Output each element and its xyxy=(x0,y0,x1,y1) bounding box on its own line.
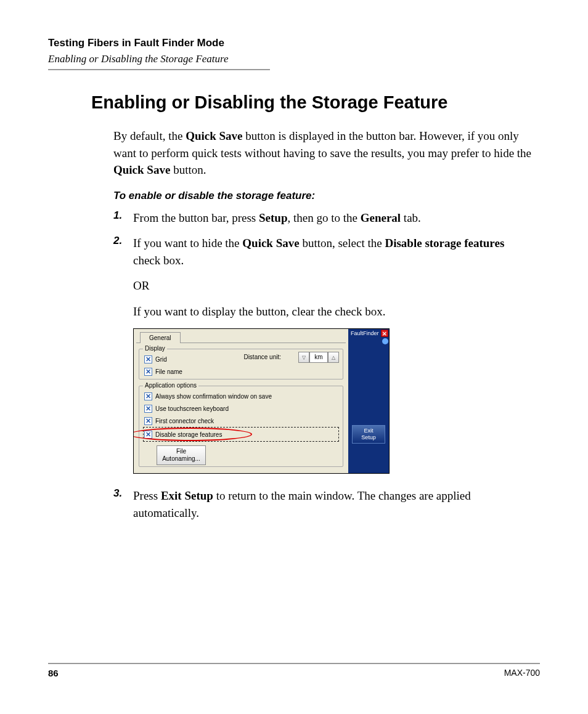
highlighted-option: ✕ Disable storage features xyxy=(143,427,339,442)
checkbox-filename[interactable]: ✕ xyxy=(144,368,152,376)
model-number: MAX-700 xyxy=(504,668,540,678)
checkbox-grid[interactable]: ✕ xyxy=(144,355,152,363)
stepper-down-icon[interactable]: ▽ xyxy=(298,352,309,363)
distance-unit-value: km xyxy=(309,352,328,363)
footer-divider xyxy=(48,663,540,664)
procedure-heading: To enable or disable the storage feature… xyxy=(113,190,540,202)
page-footer: 86 MAX-700 xyxy=(48,663,540,678)
checkbox-touch-keyboard[interactable]: ✕ xyxy=(144,405,152,413)
button-line: Setup xyxy=(353,434,385,441)
group-app-options: Application options ✕ Always show confir… xyxy=(139,386,343,467)
step-number: 2. xyxy=(113,235,133,320)
distance-unit-stepper[interactable]: ▽ km △ xyxy=(298,352,339,363)
step-2: 2. If you want to hide the Quick Save bu… xyxy=(113,235,534,320)
step-1: 1. From the button bar, press Setup, the… xyxy=(113,209,534,227)
chapter-title: Testing Fibers in Fault Finder Mode xyxy=(48,37,540,49)
group-label: Application options xyxy=(143,382,198,389)
stepper-up-icon[interactable]: △ xyxy=(328,352,339,363)
text-or: OR xyxy=(133,277,534,294)
page-number: 86 xyxy=(48,668,59,678)
screenshot-figure: General Display ✕ Grid ✕ File name Dista… xyxy=(133,328,390,474)
page-heading: Enabling or Disabling the Storage Featur… xyxy=(91,92,540,113)
help-icon[interactable] xyxy=(382,338,388,344)
text: button, select the xyxy=(300,237,385,249)
app-title: FaultFinder xyxy=(351,330,379,336)
group-display: Display ✕ Grid ✕ File name Distance unit… xyxy=(139,349,343,379)
setup-panel: General Display ✕ Grid ✕ File name Dista… xyxy=(134,329,348,473)
tab-general[interactable]: General xyxy=(140,332,181,343)
text: If you want to hide the xyxy=(133,237,242,249)
text: From the button bar, press xyxy=(133,211,259,224)
text-bold: Quick Save xyxy=(186,129,242,142)
text: , then go to the xyxy=(287,211,360,224)
side-panel: FaultFinder ✕ Exit Setup xyxy=(348,329,389,473)
text-bold: Quick Save xyxy=(113,163,170,176)
button-line: Autonaming... xyxy=(157,455,205,463)
step-number: 1. xyxy=(113,209,133,227)
distance-unit-label: Distance unit: xyxy=(243,354,281,360)
step-3: 3. Press Exit Setup to return to the mai… xyxy=(113,487,534,521)
step-body: From the button bar, press Setup, then g… xyxy=(133,209,534,227)
text-bold: Disable storage features xyxy=(385,237,504,249)
text-bold: Setup xyxy=(259,211,287,224)
exit-setup-button[interactable]: Exit Setup xyxy=(352,425,385,444)
intro-paragraph: By default, the Quick Save button is dis… xyxy=(113,128,534,179)
button-line: File xyxy=(157,448,205,455)
text: If you want to display the button, clear… xyxy=(133,303,534,320)
checkbox-label: Use touchscreen keyboard xyxy=(155,405,229,412)
checkbox-confirm-save[interactable]: ✕ xyxy=(144,392,152,400)
checkbox-label: Grid xyxy=(155,356,167,363)
text: check box. xyxy=(133,254,184,267)
step-number: 3. xyxy=(113,487,133,521)
file-autonaming-button[interactable]: File Autonaming... xyxy=(157,445,206,465)
text: button. xyxy=(170,163,206,176)
checkbox-label: First connector check xyxy=(155,418,214,424)
checkbox-label: File name xyxy=(155,368,182,375)
step-body: If you want to hide the Quick Save butto… xyxy=(133,235,534,320)
button-line: Exit xyxy=(353,428,385,434)
checkbox-label: Disable storage features xyxy=(155,431,222,438)
checkbox-disable-storage[interactable]: ✕ xyxy=(144,431,152,439)
checkbox-first-connector[interactable]: ✕ xyxy=(144,417,152,425)
step-body: Press Exit Setup to return to the main w… xyxy=(133,487,534,521)
group-label: Display xyxy=(143,345,167,352)
close-icon[interactable]: ✕ xyxy=(381,330,388,337)
checkbox-label: Always show confirmation window on save xyxy=(155,393,272,400)
text: Press xyxy=(133,489,161,502)
text: By default, the xyxy=(113,129,186,142)
text: tab. xyxy=(401,211,421,224)
text-bold: General xyxy=(361,211,401,224)
text-bold: Quick Save xyxy=(242,237,299,249)
section-title: Enabling or Disabling the Storage Featur… xyxy=(48,53,540,65)
header-divider xyxy=(48,69,270,70)
text-bold: Exit Setup xyxy=(161,489,213,502)
